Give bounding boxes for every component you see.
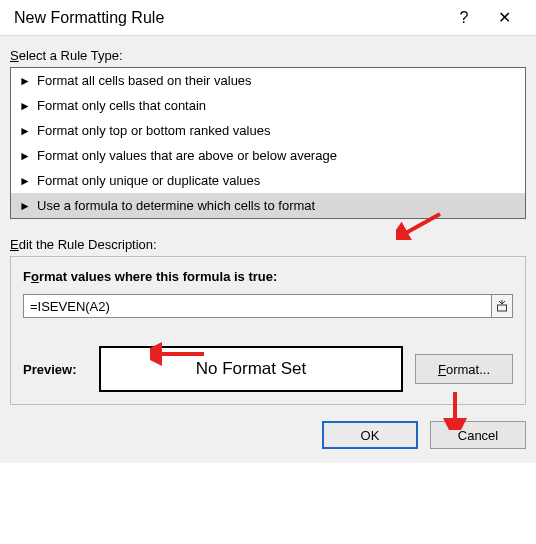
- rule-type-label: Format only top or bottom ranked values: [37, 123, 270, 138]
- help-button[interactable]: ?: [444, 9, 484, 27]
- edit-rule-desc-label: Edit the Rule Description:: [10, 237, 526, 252]
- rule-type-item[interactable]: ►Format only cells that contain: [11, 93, 525, 118]
- close-button[interactable]: ✕: [484, 8, 524, 27]
- rule-type-item[interactable]: ►Format all cells based on their values: [11, 68, 525, 93]
- rule-type-item[interactable]: ►Format only unique or duplicate values: [11, 168, 525, 193]
- preview-box: No Format Set: [99, 346, 403, 392]
- rule-type-label: Format all cells based on their values: [37, 73, 252, 88]
- formula-field-label: Format values where this formula is true…: [23, 269, 513, 284]
- dialog-footer: OK Cancel: [10, 405, 526, 449]
- ok-button[interactable]: OK: [322, 421, 418, 449]
- format-button[interactable]: Format...: [415, 354, 513, 384]
- bullet-icon: ►: [19, 125, 31, 137]
- rule-type-list[interactable]: ►Format all cells based on their values►…: [10, 67, 526, 219]
- bullet-icon: ►: [19, 175, 31, 187]
- range-selector-button[interactable]: [491, 294, 513, 318]
- rule-type-label: Format only cells that contain: [37, 98, 206, 113]
- window-title: New Formatting Rule: [14, 9, 444, 27]
- cancel-button[interactable]: Cancel: [430, 421, 526, 449]
- svg-rect-0: [498, 305, 507, 311]
- bullet-icon: ►: [19, 75, 31, 87]
- bullet-icon: ►: [19, 150, 31, 162]
- rule-description-panel: Format values where this formula is true…: [10, 256, 526, 405]
- dialog-body: Select a Rule Type: ►Format all cells ba…: [0, 35, 536, 463]
- bullet-icon: ►: [19, 100, 31, 112]
- rule-type-item[interactable]: ►Format only values that are above or be…: [11, 143, 525, 168]
- select-rule-type-label: Select a Rule Type:: [10, 48, 526, 63]
- formula-input[interactable]: [23, 294, 491, 318]
- rule-type-label: Format only values that are above or bel…: [37, 148, 337, 163]
- bullet-icon: ►: [19, 200, 31, 212]
- range-selector-icon: [496, 300, 508, 312]
- rule-type-item[interactable]: ►Format only top or bottom ranked values: [11, 118, 525, 143]
- rule-type-label: Use a formula to determine which cells t…: [37, 198, 315, 213]
- preview-label: Preview:: [23, 362, 87, 377]
- rule-type-item[interactable]: ►Use a formula to determine which cells …: [11, 193, 525, 218]
- titlebar: New Formatting Rule ? ✕: [0, 0, 536, 35]
- rule-type-label: Format only unique or duplicate values: [37, 173, 260, 188]
